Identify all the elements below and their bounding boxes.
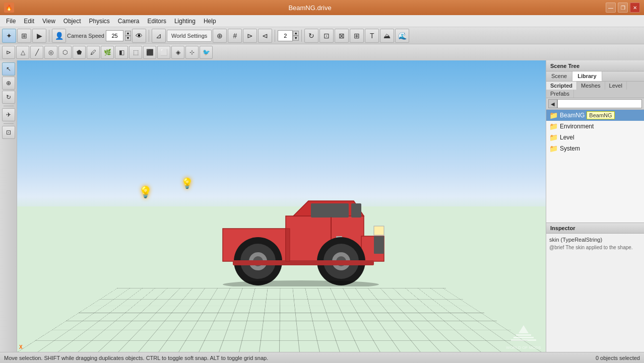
camera-speed-group: Camera Speed ▲ ▼ [67,30,131,41]
tree-item-tooltip: BeamNG [587,111,614,119]
camera-speed-input[interactable] [106,30,123,41]
folder-icon: 📁 [549,111,558,119]
skin-brief: @brief The skin applied to the shape. [549,245,641,250]
menu-item-object[interactable]: Object [59,17,85,26]
tree-item-label: BeamNG [560,112,585,119]
svg-rect-19 [233,260,374,265]
tree-item-environment[interactable]: 📁Environment [546,121,644,132]
minimize-button[interactable]: — [606,3,616,13]
tool8[interactable]: 🌿 [101,46,114,59]
truck-object [208,186,399,286]
svg-rect-3 [311,203,349,217]
snap-to-ground-button[interactable]: ⊿ [152,29,166,43]
pan-lt-btn[interactable]: ⊕ [2,77,15,90]
menu-item-camera[interactable]: Camera [114,17,144,26]
lock-button[interactable]: ⊡ [319,29,334,43]
lib-tab-level[interactable]: Level [605,82,627,90]
tool15[interactable]: 🐦 [200,46,213,59]
tree-item-level[interactable]: 📁Level [546,132,644,143]
inspector-header: Inspector [546,223,644,234]
panel-tabs: Scene Library [546,71,644,82]
tool5[interactable]: ⬡ [58,46,72,59]
menu-item-view[interactable]: View [38,17,59,26]
step-input[interactable] [278,30,293,41]
truck-svg [208,186,399,286]
folder-icon: 📁 [549,133,558,141]
tool9[interactable]: ◧ [115,46,128,59]
step-down[interactable]: ▼ [293,36,299,41]
tool11[interactable]: ⬛ [143,46,156,59]
grid-button[interactable]: # [228,29,242,43]
toggle-button[interactable]: ⊕ [213,29,227,43]
select-tool-button[interactable]: ✦ [2,29,16,43]
tool14[interactable]: ⊹ [185,46,199,59]
transform-button[interactable]: ⊲ [258,29,272,43]
tree-item-beamng[interactable]: 📁BeamNGBeamNG [546,110,644,121]
lib-tab-meshes[interactable]: Meshes [577,82,605,90]
menu-item-help[interactable]: Help [200,17,220,26]
fly-lt-btn[interactable]: ✈ [2,108,15,121]
menubar: FileEditViewObjectPhysicsCameraEditorsLi… [0,15,644,27]
menu-item-file[interactable]: File [2,17,20,26]
water-button[interactable]: 🌊 [395,29,409,43]
speed-down-arrow[interactable]: ▼ [125,36,131,41]
statusbar: Move selection. SHIFT while dragging dup… [0,352,644,363]
lib-tab-prefabs[interactable]: Prefabs [546,90,574,98]
skin-label: skin (TypeRealString) [549,237,641,243]
tool10[interactable]: ⬚ [129,46,142,59]
tab-scene[interactable]: Scene [546,71,572,81]
tab-library[interactable]: Library [572,71,602,81]
zoom-lt-btn[interactable]: ⊡ [2,126,15,139]
tool1[interactable]: ⊳ [2,46,15,59]
camera-button[interactable]: 👤 [52,29,66,43]
tool13[interactable]: ◈ [171,46,184,59]
viewport[interactable]: 💡 💡 WORLD OF MODS X [17,60,546,352]
tool3[interactable]: ╱ [30,46,43,59]
separator4 [301,30,302,42]
tree-item-label: System [560,145,580,152]
svg-rect-7 [374,236,384,254]
tree-item-label: Environment [560,123,594,130]
search-back-btn[interactable]: ◀ [548,99,557,108]
toolbar2: ⊳ △ ╱ ◎ ⬡ ⬟ 🖊 🌿 ◧ ⬚ ⬛ ⬜ ◈ ⊹ 🐦 [0,44,644,60]
folder-icon: 📁 [549,144,558,153]
tree-item-system[interactable]: 📁System [546,143,644,154]
window-title: BeamNG.drive [14,4,606,12]
terrain-button[interactable]: ⛰ [380,29,394,43]
tool4[interactable]: ◎ [44,46,57,59]
menu-item-edit[interactable]: Edit [20,17,38,26]
close-button[interactable]: ✕ [630,3,640,13]
svg-rect-8 [374,226,384,235]
world-settings-button[interactable]: World Settings [167,30,212,42]
restore-button[interactable]: ❐ [618,3,628,13]
window-controls: — ❐ ✕ [606,3,640,13]
tool2[interactable]: △ [16,46,29,59]
menu-item-lighting[interactable]: Lighting [170,17,200,26]
select-lt-btn[interactable]: ↖ [2,62,15,76]
rotate-button[interactable]: ↻ [304,29,318,43]
xyz-indicator: X [19,344,23,350]
separator2 [149,30,149,42]
tool7[interactable]: 🖊 [87,46,100,59]
left-toolbar: ↖ ⊕ ↻ ✈ ⊡ [0,60,17,352]
tree-item-label: Level [560,134,574,141]
scale-button[interactable]: ⊠ [335,29,349,43]
move-tool-button[interactable]: ⊞ [17,29,31,43]
eye-button[interactable]: 👁 [132,29,146,43]
align-button[interactable]: ⊞ [350,29,364,43]
snap-button[interactable]: ⊳ [243,29,257,43]
svg-marker-21 [519,325,529,333]
text-button[interactable]: T [365,29,379,43]
lib-tab-scripted[interactable]: Scripted [546,82,577,90]
separator3 [275,30,275,42]
speed-up-arrow[interactable]: ▲ [125,31,131,36]
rotate-lt-btn[interactable]: ↻ [2,91,15,104]
menu-item-physics[interactable]: Physics [85,17,114,26]
step-up[interactable]: ▲ [293,31,299,36]
svg-rect-22 [516,334,531,336]
tool6[interactable]: ⬟ [73,46,86,59]
play-button[interactable]: ▶ [32,29,46,43]
tool12[interactable]: ⬜ [157,46,170,59]
menu-item-editors[interactable]: Editors [144,17,170,26]
search-input[interactable] [557,99,642,108]
